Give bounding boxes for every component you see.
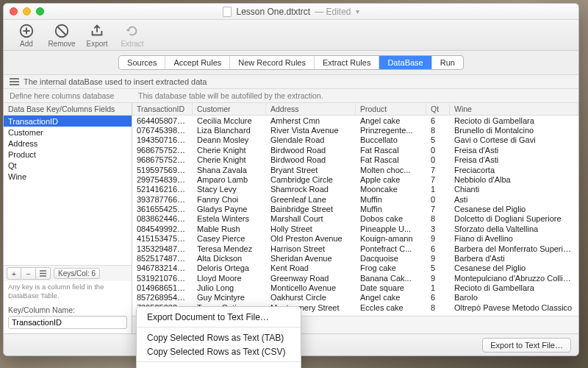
content-area: Data Base Key/Columns Fields Transaction… xyxy=(4,102,578,333)
table-row[interactable]: 9686757523...Cherie KnightBirdwood RoadF… xyxy=(132,145,578,155)
column-header[interactable]: Customer xyxy=(193,103,266,115)
column-item[interactable]: Address xyxy=(4,138,132,149)
table-cell: 9 xyxy=(426,253,450,263)
context-menu: Export Document to Text File…Copy Select… xyxy=(136,306,301,368)
menu-item[interactable]: Reset Extracted Data… xyxy=(137,365,301,368)
column-header[interactable]: Address xyxy=(266,103,356,115)
table-row[interactable]: 8525174870...Alta DicksonSheridan Avenue… xyxy=(132,253,578,263)
table-row[interactable]: 3616554251...Gladys PayneBainbridge Stre… xyxy=(132,204,578,213)
remove-button[interactable]: Remove xyxy=(45,23,79,48)
table-row[interactable]: 5319210764...Lloyd MooreGreenway RoadBan… xyxy=(132,273,578,283)
table-cell: 7 xyxy=(426,174,450,184)
table-cell: 0 xyxy=(426,145,450,155)
column-item[interactable]: Product xyxy=(4,149,132,160)
table-cell: Mooncake xyxy=(356,185,426,194)
table-cell: Brunello di Montalcino xyxy=(450,125,578,135)
table-cell: Amparo Lamb xyxy=(193,174,266,184)
table-cell: Holly Street xyxy=(266,224,356,233)
title-chevron-icon[interactable]: ▾ xyxy=(356,7,359,15)
table-cell: 9 xyxy=(426,273,450,283)
refresh-icon xyxy=(124,23,140,39)
menu-item[interactable]: Copy Selected Rows as Text (TAB) xyxy=(137,330,301,344)
table-cell: 0149686515... xyxy=(132,283,193,292)
remove-column-button[interactable]: − xyxy=(21,267,36,280)
column-item[interactable]: Wine xyxy=(4,171,132,182)
table-cell: Muffin xyxy=(356,194,426,204)
table-cell: Asti xyxy=(450,194,578,204)
titlebar: Lesson One.dtxtrct — Edited ▾ xyxy=(4,4,578,20)
table-cell: Chianti xyxy=(450,185,578,194)
keys-col-indicator: Keys/Col: 6 xyxy=(54,268,100,279)
columns-list[interactable]: TransactionIDCustomerAddressProductQtWin… xyxy=(4,116,132,265)
table-cell: 2997548390... xyxy=(132,174,193,184)
table-row[interactable]: 3937877664...Fanny ChoiGreenleaf LaneMuf… xyxy=(132,194,578,204)
table-cell: Bainbridge Street xyxy=(266,204,356,213)
table-row[interactable]: 0845499925...Mable RushHolly StreetPinea… xyxy=(132,224,578,233)
columns-footer: + − Keys/Col: 6 xyxy=(4,265,132,281)
table-cell: Monticello Avenue xyxy=(266,283,356,292)
table-row[interactable]: 1353294879...Teresa MendezHarrison Stree… xyxy=(132,244,578,253)
export-to-text-button[interactable]: Export to Text File… xyxy=(482,338,571,353)
table-cell: Gladys Payne xyxy=(193,204,266,213)
table-cell: Pontefract C... xyxy=(356,244,426,253)
column-header[interactable]: TransactionID xyxy=(132,103,193,115)
tab-sources[interactable]: Sources xyxy=(119,56,165,69)
table-cell: Liza Blanchard xyxy=(193,125,266,135)
columns-list-icon-button[interactable] xyxy=(36,267,51,280)
add-button[interactable]: Add xyxy=(10,23,43,48)
table-cell: 9686757523... xyxy=(132,145,193,155)
key-column-name-label: Key/Column Name: xyxy=(4,302,132,316)
table-cell: Freisa d'Asti xyxy=(450,145,578,155)
column-header[interactable]: Qt xyxy=(426,103,450,115)
table-row[interactable]: 0838624464...Estela WintersMarshall Cour… xyxy=(132,214,578,224)
column-item[interactable]: Qt xyxy=(4,160,132,171)
table-cell: Muffin xyxy=(356,204,426,213)
table-body[interactable]: 6644058070...Cecilia McclureAmherst CmnA… xyxy=(132,116,578,316)
table-row[interactable]: 0149686515...Julio LongMonticello Avenue… xyxy=(132,283,578,292)
table-cell: 9 xyxy=(426,234,450,244)
table-cell: 5 xyxy=(426,135,450,145)
tab-accept-rules[interactable]: Accept Rules xyxy=(165,56,230,69)
table-cell: Angel cake xyxy=(356,293,426,302)
keys-col-badge: Keys/Col: 6 xyxy=(54,268,100,279)
column-header[interactable]: Wine xyxy=(450,103,578,115)
export-button[interactable]: Export xyxy=(80,23,114,48)
table-row[interactable]: 6644058070...Cecilia McclureAmherst CmnA… xyxy=(132,116,578,125)
table-row[interactable]: 0767453983...Liza BlanchardRiver Vista A… xyxy=(132,125,578,135)
table-cell: Barolo xyxy=(450,293,578,302)
menu-item[interactable]: Copy Selected Rows as Text (CSV) xyxy=(137,344,301,358)
key-column-name-input[interactable]: TransactionID xyxy=(8,316,127,329)
column-header[interactable]: Product xyxy=(356,103,426,115)
table-cell: Prinzregente... xyxy=(356,125,426,135)
export-label: Export xyxy=(87,40,108,48)
table-row[interactable]: 1943507167...Deann MosleyGlendale RoadBu… xyxy=(132,135,578,145)
tab-extract-rules[interactable]: Extract Rules xyxy=(315,56,379,69)
table-row[interactable]: 5195975697...Shana ZavalaBryant StreetMo… xyxy=(132,165,578,174)
table-cell: Greenleaf Lane xyxy=(266,194,356,204)
document-icon xyxy=(223,7,232,17)
table-row[interactable]: 9686757523...Cherie KnightBirdwood RoadF… xyxy=(132,155,578,165)
no-circle-icon xyxy=(54,23,70,39)
tab-database[interactable]: DataBase xyxy=(379,56,431,69)
table-cell: Dobos cake xyxy=(356,214,426,224)
column-item[interactable]: TransactionID xyxy=(4,116,132,127)
tab-run[interactable]: Run xyxy=(432,56,463,69)
table-cell: Amherst Cmn xyxy=(266,116,356,125)
tab-new-record-rules[interactable]: New Record Rules xyxy=(230,56,315,69)
table-cell: Harrison Street xyxy=(266,244,356,253)
table-row[interactable]: 4151534750...Casey PierceOld Preston Ave… xyxy=(132,234,578,244)
table-cell: Cherie Knight xyxy=(193,155,266,165)
table-row[interactable]: 8572689544...Guy McintyreOakhurst Circle… xyxy=(132,293,578,302)
table-row[interactable]: 2997548390...Amparo LambCambridge Circle… xyxy=(132,174,578,184)
table-row[interactable]: 5214162166...Stacy LevyShamrock RoadMoon… xyxy=(132,185,578,194)
table-cell: Birdwood Road xyxy=(266,155,356,165)
table-row[interactable]: 9467832142...Deloris OrtegaKent RoadFrog… xyxy=(132,263,578,273)
add-column-button[interactable]: + xyxy=(7,267,21,280)
table-cell: 6 xyxy=(426,116,450,125)
table-cell: Buccellato xyxy=(356,135,426,145)
extract-button: Extract xyxy=(115,23,149,48)
table-cell: Mable Rush xyxy=(193,224,266,233)
menu-item[interactable]: Export Document to Text File… xyxy=(137,310,301,324)
table-cell: Kent Road xyxy=(266,263,356,273)
column-item[interactable]: Customer xyxy=(4,127,132,138)
